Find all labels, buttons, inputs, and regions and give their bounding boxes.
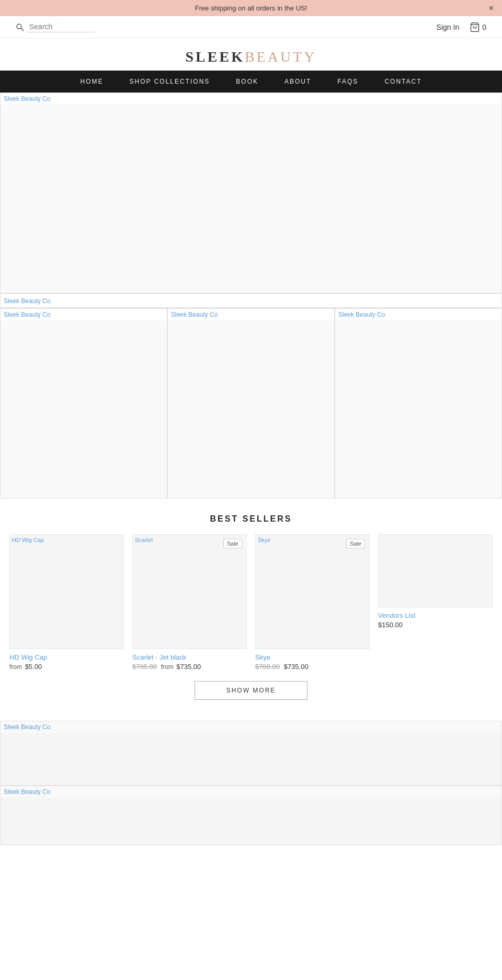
show-more-button[interactable]: SHOW MORE <box>195 681 308 700</box>
search-area <box>16 21 95 32</box>
featured-img-placeholder-2 <box>168 320 334 498</box>
vendor-name[interactable]: Vendors List <box>378 612 493 619</box>
hero-brand-label: Sleek Beauty Co <box>1 93 501 105</box>
featured-image-3: Sleek Beauty Co <box>335 308 502 499</box>
show-more-area: SHOW MORE <box>0 671 502 716</box>
vendor-price: $150.00 <box>378 621 493 629</box>
product-price-3: $780.00 $735.00 <box>255 663 370 671</box>
search-input[interactable] <box>27 21 95 32</box>
bottom-banner-2: Sleek Beauty Co <box>0 786 502 845</box>
product-name-3[interactable]: Skye <box>255 653 370 661</box>
product-image-3: Skye Sale <box>255 534 370 649</box>
svg-point-0 <box>17 24 21 29</box>
product-img-label-1: HD Wig Cap <box>10 535 123 545</box>
product-price-2: $785.00 from $735.00 <box>132 663 247 671</box>
nav-home[interactable]: HOME <box>81 78 104 85</box>
logo[interactable]: SLEEKBEAUTY <box>0 49 502 65</box>
featured-image-1: Sleek Beauty Co <box>0 308 167 499</box>
products-grid: HD Wig Cap HD Wig Cap from $5.00 Scarlet… <box>0 534 502 671</box>
logo-beauty: BEAUTY <box>245 49 317 65</box>
product-image-1: HD Wig Cap <box>9 534 124 649</box>
hero-area: Sleek Beauty Co <box>0 93 502 293</box>
nav-about[interactable]: ABOUT <box>284 78 311 85</box>
nav-book[interactable]: BOOK <box>236 78 258 85</box>
bottom-image-1 <box>1 733 501 785</box>
logo-sleek: SLEEK <box>186 49 245 65</box>
bottom-brand-label-2: Sleek Beauty Co <box>1 786 501 798</box>
vendor-price-value: $150.00 <box>378 621 403 629</box>
sign-in-link[interactable]: Sign In <box>437 23 460 31</box>
header: Sign In 0 <box>0 16 502 38</box>
featured-label-3: Sleek Beauty Co <box>335 309 501 320</box>
price-value-1: $5.00 <box>25 663 42 671</box>
bottom-banner-1: Sleek Beauty Co <box>0 721 502 786</box>
nav-contact[interactable]: CONTACT <box>384 78 421 85</box>
search-icon <box>16 23 24 31</box>
sale-badge-3: Sale <box>346 539 365 548</box>
featured-label-1: Sleek Beauty Co <box>1 309 167 320</box>
product-card-4: Vendors List $150.00 <box>374 534 497 671</box>
featured-img-placeholder-3 <box>335 320 501 498</box>
logo-area: SLEEKBEAUTY <box>0 38 502 71</box>
product-card-3: Skye Sale Skye $780.00 $735.00 <box>251 534 374 671</box>
featured-image-2: Sleek Beauty Co <box>167 308 335 499</box>
price-from-2: from <box>161 663 174 671</box>
best-sellers-title: BEST SELLERS <box>0 514 502 524</box>
price-value-3: $735.00 <box>284 663 309 671</box>
hero-image <box>1 105 501 293</box>
hero-bottom-brand: Sleek Beauty Co <box>4 297 50 305</box>
svg-line-1 <box>21 28 24 31</box>
product-card-1: HD Wig Cap HD Wig Cap from $5.00 <box>5 534 128 671</box>
featured-images: Sleek Beauty Co Sleek Beauty Co Sleek Be… <box>0 308 502 499</box>
top-banner: Free shipping on all orders in the US! × <box>0 0 502 16</box>
product-price-1: from $5.00 <box>9 663 124 671</box>
product-card-2: Scarlet Sale Scarlet - Jet black $785.00… <box>128 534 251 671</box>
product-name-2[interactable]: Scarlet - Jet black <box>132 653 247 661</box>
cart-count: 0 <box>482 23 486 31</box>
price-from-1: from <box>9 663 22 671</box>
main-nav: HOME SHOP COLLECTIONS BOOK ABOUT FAQs CO… <box>0 71 502 93</box>
bottom-image-2 <box>1 798 501 845</box>
nav-faqs[interactable]: FAQs <box>337 78 358 85</box>
product-name-1[interactable]: HD Wig Cap <box>9 653 124 661</box>
cart-icon <box>470 22 480 32</box>
vendor-image-box <box>378 534 493 607</box>
close-banner-button[interactable]: × <box>489 4 494 13</box>
price-original-2: $785.00 <box>132 663 157 671</box>
banner-text: Free shipping on all orders in the US! <box>195 4 307 12</box>
cart-button[interactable]: 0 <box>470 22 486 32</box>
header-right: Sign In 0 <box>437 22 486 32</box>
nav-shop-collections[interactable]: SHOP COLLECTIONS <box>130 78 210 85</box>
featured-label-2: Sleek Beauty Co <box>168 309 334 320</box>
featured-img-placeholder-1 <box>1 320 167 498</box>
product-image-2: Scarlet Sale <box>132 534 247 649</box>
price-value-2: $735.00 <box>176 663 201 671</box>
bottom-brand-label-1: Sleek Beauty Co <box>1 721 501 733</box>
hero-bottom-label: Sleek Beauty Co <box>0 293 502 308</box>
price-original-3: $780.00 <box>255 663 280 671</box>
sale-badge-2: Sale <box>223 539 242 548</box>
best-sellers-section: BEST SELLERS HD Wig Cap HD Wig Cap from … <box>0 499 502 721</box>
